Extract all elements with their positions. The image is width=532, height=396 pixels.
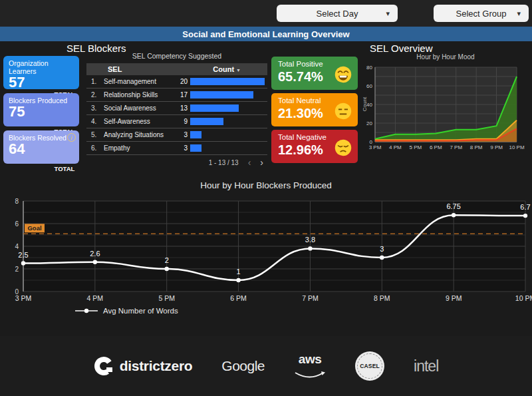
- svg-text:40: 40: [366, 102, 372, 108]
- count-bar: [190, 131, 201, 138]
- count-bar: [190, 104, 239, 112]
- aws-logo: aws: [294, 353, 326, 379]
- count-bar: [190, 91, 253, 99]
- competency-table: SEL Competency Suggested SEL Count▼ 1. S…: [86, 52, 267, 170]
- svg-text:6 PM: 6 PM: [430, 144, 442, 150]
- footer: districtzero Google aws CASEL intel: [0, 336, 532, 396]
- google-logo: Google: [221, 358, 265, 374]
- svg-text:6: 6: [15, 220, 19, 228]
- svg-text:4 PM: 4 PM: [87, 294, 104, 302]
- blockers-chart-title: Hour by Hour Blockers Produced: [0, 180, 532, 190]
- sort-desc-icon: ▼: [236, 68, 241, 73]
- dashboard: Select Day ▾ Select Group ▾ Social and E…: [0, 0, 532, 396]
- districtzero-icon: [94, 356, 114, 376]
- legend-label: Avg Number of Words: [103, 307, 178, 315]
- svg-text:9 PM: 9 PM: [490, 144, 503, 150]
- svg-text:2.6: 2.6: [90, 250, 100, 258]
- kpi-value: 64: [9, 142, 74, 156]
- table-row[interactable]: 4. Self-Awareness 9: [86, 115, 267, 128]
- chevron-down-icon: ▾: [517, 9, 521, 18]
- blockers-line-chart[interactable]: Goal2.52.6213.836.756.7024683 PM4 PM5 PM…: [0, 193, 532, 309]
- svg-text:3 PM: 3 PM: [369, 144, 382, 150]
- svg-text:6.7: 6.7: [520, 203, 530, 211]
- svg-text:5 PM: 5 PM: [410, 144, 422, 150]
- table-row[interactable]: 5. Analyzing Situations 3: [86, 128, 267, 142]
- legend-line-icon: [75, 307, 98, 315]
- svg-text:3.8: 3.8: [305, 236, 315, 244]
- svg-text:80: 80: [366, 65, 372, 71]
- kpi-card-blockers-produced: Blockers Produced 75 TOTAL: [3, 93, 79, 126]
- kpi-value: 75: [9, 104, 74, 119]
- svg-text:Goal: Goal: [27, 224, 41, 232]
- svg-text:8 PM: 8 PM: [374, 294, 390, 302]
- districtzero-logo: districtzero: [94, 356, 193, 376]
- select-group-dropdown[interactable]: Select Group ▾: [434, 5, 529, 22]
- chart-legend: Avg Number of Words: [75, 307, 178, 315]
- count-bar: [190, 78, 265, 85]
- kpi-suffix: TOTAL: [54, 165, 75, 172]
- table-row[interactable]: 1. Self-management 20: [86, 75, 267, 89]
- svg-text:10 PM: 10 PM: [515, 294, 532, 302]
- svg-text:7 PM: 7 PM: [302, 294, 319, 302]
- aws-smile-icon: [294, 371, 326, 379]
- svg-text:6 PM: 6 PM: [230, 294, 247, 302]
- table-row[interactable]: 3. Social Awareness 13: [86, 102, 267, 115]
- mood-area-chart[interactable]: 0204060803 PM4 PM5 PM6 PM7 PM8 PM9 PM10 …: [359, 63, 532, 151]
- total-neutral-card: Total Neutral 21.30%: [271, 93, 358, 126]
- table-title: SEL Competency Suggested: [86, 52, 267, 60]
- svg-text:8 PM: 8 PM: [470, 144, 483, 150]
- table-pagination: 1 - 13 / 13 ‹ ›: [86, 155, 267, 170]
- pensive-face-emoji-icon: [334, 138, 352, 157]
- select-day-label: Select Day: [317, 9, 358, 19]
- intel-logo: intel: [414, 357, 438, 375]
- svg-text:20: 20: [366, 120, 372, 126]
- svg-text:5 PM: 5 PM: [158, 294, 175, 302]
- svg-text:10 PM: 10 PM: [509, 144, 524, 150]
- total-positive-card: Total Positive 65.74%: [271, 57, 358, 90]
- chevron-down-icon: ▾: [386, 9, 390, 18]
- svg-text:6.75: 6.75: [446, 202, 460, 210]
- svg-text:60: 60: [366, 83, 372, 89]
- svg-text:2.5: 2.5: [18, 251, 28, 259]
- column-header-count[interactable]: Count▼: [213, 65, 241, 73]
- svg-text:2: 2: [15, 266, 19, 273]
- table-row[interactable]: 2. Relationship Skills 17: [86, 89, 267, 102]
- count-bar: [190, 118, 223, 125]
- svg-text:2: 2: [165, 256, 169, 264]
- kpi-value: 57: [9, 75, 74, 90]
- column-header-sel: SEL: [108, 65, 122, 73]
- select-group-label: Select Group: [456, 9, 507, 19]
- table-header: SEL Count▼: [86, 63, 267, 75]
- kpi-card-organization-learners: Organization Learners 57 TOTAL: [3, 56, 79, 89]
- svg-text:1: 1: [237, 268, 241, 276]
- total-negative-card: Total Negative 12.96%: [271, 130, 358, 163]
- casel-logo: CASEL: [355, 351, 384, 381]
- kpi-card-blockers-resolved: Blockers Resolved 64 TOTAL i: [3, 130, 79, 164]
- kpi-label: Organization Learners: [9, 59, 74, 75]
- page-title: Social and Emotional Learning Overview: [0, 27, 532, 41]
- svg-text:3: 3: [380, 245, 384, 253]
- info-icon[interactable]: i: [67, 133, 76, 142]
- svg-text:4 PM: 4 PM: [389, 144, 402, 150]
- svg-text:8: 8: [15, 198, 19, 205]
- mood-chart-title: Hour by Hour Mood: [372, 53, 519, 61]
- table-row[interactable]: 6. Empathy 3: [86, 142, 267, 155]
- svg-text:9 PM: 9 PM: [446, 294, 462, 302]
- select-day-dropdown[interactable]: Select Day ▾: [277, 5, 398, 22]
- svg-text:3 PM: 3 PM: [15, 294, 32, 302]
- svg-text:7 PM: 7 PM: [450, 144, 462, 150]
- chevron-right-icon[interactable]: ›: [260, 158, 263, 167]
- beaming-face-emoji-icon: [334, 65, 352, 84]
- count-bar: [190, 144, 201, 152]
- expressionless-face-emoji-icon: [334, 102, 352, 120]
- sel-overview-title: SEL Overview: [370, 43, 432, 54]
- svg-text:4: 4: [15, 243, 19, 250]
- pagination-range: 1 - 13 / 13: [209, 159, 239, 166]
- chevron-left-icon[interactable]: ‹: [248, 158, 251, 167]
